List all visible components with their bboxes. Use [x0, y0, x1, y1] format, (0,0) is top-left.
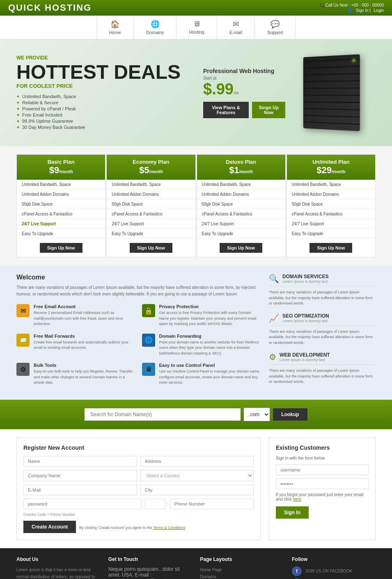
form-row-email-city — [23, 485, 254, 495]
plan-name-unlimited: Unlimited Plan — [291, 159, 371, 165]
name-input[interactable] — [23, 456, 137, 467]
nav-hosting-label: Hosting — [189, 30, 204, 34]
feature-item-highlight: 24/7 Live Support — [17, 219, 105, 229]
pricing-card-basic: Basic Plan $9/month Unlimited Bandwith, … — [16, 154, 105, 257]
feature-6: 30 Day Money Back Guarantee — [16, 125, 195, 130]
password-row-existing — [276, 478, 369, 489]
hero-pwh: Professional Web Hosting — [203, 68, 285, 74]
signin-link[interactable]: Sign in — [356, 8, 369, 13]
main-nav: 🏠 Home 🌐 Domains 🖥 Hosting ✉ E-mail 💬 Su… — [0, 16, 392, 39]
mail-forwards-text: Free Mail Forwards Create free email for… — [34, 334, 135, 357]
cpanel-text: Easy to use Control Panel Use our intuit… — [159, 363, 261, 386]
email-input[interactable] — [23, 485, 137, 495]
top-right-info: 📞 Call Us Now : +00 - 000 - 00000 👤 Sign… — [319, 3, 384, 13]
cpanel-desc: Use our intuitive Control Panel to manag… — [159, 369, 261, 386]
feature-item: Easy To Upgrade — [197, 229, 285, 239]
feature-4: Free Email Included — [16, 112, 195, 117]
plan-name-basic: Basic Plan — [21, 159, 101, 165]
hero-left: WE PROVIDE HOTTEST DEALS FOR COOLEST PRI… — [16, 55, 195, 131]
password-input[interactable] — [23, 499, 142, 509]
nav-home-label: Home — [109, 30, 121, 35]
address-input[interactable] — [140, 456, 254, 467]
pricing-header-deluxe: Deluxe Plan $1/month — [197, 155, 285, 180]
auth-links[interactable]: 👤 Sign in | Login — [348, 8, 384, 13]
company-input[interactable] — [23, 470, 137, 481]
economy-signup-button[interactable]: Sign Up Now — [130, 243, 172, 253]
facebook-social[interactable]: f JOIN US ON FACEBOOK — [292, 566, 376, 576]
welcome-title: Welcome — [16, 274, 261, 281]
facebook-link[interactable]: JOIN US ON FACEBOOK — [305, 568, 352, 574]
footer-about-title: About Us — [16, 556, 100, 562]
feature-1: Unlimited Bandwith, Space — [16, 94, 195, 99]
footer-grid: About Us Lorem ipsum is that it has a mo… — [16, 556, 376, 579]
email-account-icon: ✉ — [16, 304, 30, 317]
login-link[interactable]: Login — [374, 8, 384, 13]
feature-item: Unlimited Addon Domains — [287, 190, 375, 199]
country-select[interactable]: Select a Country USA UK — [140, 470, 254, 481]
register-left: Register New Account Select a Country US… — [16, 437, 261, 540]
pricing-features-economy: Unlimited Bandwith, Space Unlimited Addo… — [107, 180, 195, 239]
nav-hosting[interactable]: 🖥 Hosting — [177, 16, 217, 39]
feature-item: Unlimited Bandwith, Space — [107, 180, 195, 190]
hero-center: Professional Web Hosting Start at $.99/m… — [195, 68, 285, 118]
seo-subtitle: Lorem Ipsum is dummy text — [282, 319, 329, 323]
service-seo-header: 📈 SEO OPTIMIZATION Lorem Ipsum is dummy … — [269, 313, 376, 323]
forgot-link[interactable]: here — [293, 497, 301, 501]
layout-domains[interactable]: Domains — [200, 573, 284, 579]
feature-item: Easy To Upgrade — [287, 229, 375, 239]
existing-password-input[interactable] — [276, 478, 369, 489]
nav-support[interactable]: 💬 Support — [255, 16, 296, 39]
domain-search-input[interactable] — [85, 408, 241, 421]
server-illustration — [303, 54, 360, 131]
username-input[interactable] — [276, 465, 369, 475]
feature-email-account: ✉ Free Email Account Receive 2 personali… — [16, 304, 135, 327]
layout-home[interactable]: Home Page — [200, 566, 284, 573]
feature-item: 24/7 Live Support — [197, 219, 285, 229]
feature-bulk-tools: ⚙ Bulk Tools Easy-to-use bulk tools to h… — [16, 363, 135, 386]
create-account-button[interactable]: Create Account — [23, 521, 76, 533]
domain-extension-select[interactable]: .com .net .org — [244, 408, 270, 421]
signin-button[interactable]: Sign In — [276, 506, 309, 519]
signup-now-button[interactable]: Singn Up Now — [252, 102, 285, 118]
plan-price-deluxe: $1/month — [201, 165, 281, 176]
email-account-desc: Receive 2 personalized Email Addresses s… — [34, 310, 135, 327]
feature-cpanel: 🖥 Easy to use Control Panel Use our intu… — [142, 363, 261, 386]
email-account-text: Free Email Account Receive 2 personalize… — [34, 304, 135, 327]
create-account-row: Create Account By clicking 'Create Accou… — [23, 519, 254, 533]
domain-forwarding-title: Domain Forwarding — [159, 334, 261, 339]
nav-email[interactable]: ✉ E-mail — [217, 16, 255, 39]
plan-name-deluxe: Deluxe Plan — [201, 159, 281, 165]
feature-5: 99.9% Uptime Guarantee — [16, 119, 195, 124]
nav-email-label: E-mail — [229, 30, 242, 35]
footer-contact-3: USA, — [122, 572, 133, 578]
phone-number: 📞 Call Us Now : +00 - 000 - 00000 — [319, 3, 384, 7]
nav-domains[interactable]: 🌐 Domains — [134, 16, 177, 39]
domain-forwarding-icon: 🌐 — [142, 334, 155, 347]
pricing-header-basic: Basic Plan $9/month — [17, 155, 105, 180]
cpanel-icon: 🖥 — [142, 363, 155, 376]
footer-contact-1: Neque porro quisquam.. — [108, 566, 161, 572]
domain-services-text: There are many variations of passages of… — [269, 286, 376, 307]
seo-icon: 📈 — [269, 313, 279, 323]
pricing-footer-unlimited: Sign Up Now — [287, 239, 375, 257]
phone-input[interactable] — [170, 499, 254, 509]
country-code-input[interactable] — [145, 499, 165, 509]
pricing-card-economy: Economy Plan $5/month Unlimited Bandwith… — [106, 154, 195, 257]
basic-signup-button[interactable]: Sign Up Now — [40, 243, 83, 253]
facebook-icon: f — [292, 566, 302, 576]
city-input[interactable] — [140, 485, 254, 495]
feature-item: 24/7 Live Support — [287, 219, 375, 229]
domains-icon: 🌐 — [151, 20, 160, 29]
deluxe-signup-button[interactable]: Sign Up Now — [220, 243, 262, 253]
terms-link[interactable]: Terms & Conditions — [153, 526, 185, 530]
mail-forwards-desc: Create free email forwards and automatic… — [34, 340, 135, 351]
view-plans-button[interactable]: View Plans & Features — [203, 102, 249, 118]
features-grid: ✉ Free Email Account Receive 2 personali… — [16, 304, 261, 386]
service-webdev-header: ⚙ WEB DEVELOPMENT Lorem Ipsum is dummy t… — [269, 352, 376, 362]
footer-layouts-list: Home Page Domains Hosting Email Support — [200, 566, 284, 579]
domain-lookup-button[interactable]: Lookup — [273, 408, 307, 421]
feature-3: Powered by cPanel / Plesk — [16, 106, 195, 111]
nav-home[interactable]: 🏠 Home — [96, 16, 134, 39]
unlimited-signup-button[interactable]: Sign Up Now — [309, 243, 352, 253]
feature-item: cPanel Access & Fantastico — [17, 209, 105, 219]
